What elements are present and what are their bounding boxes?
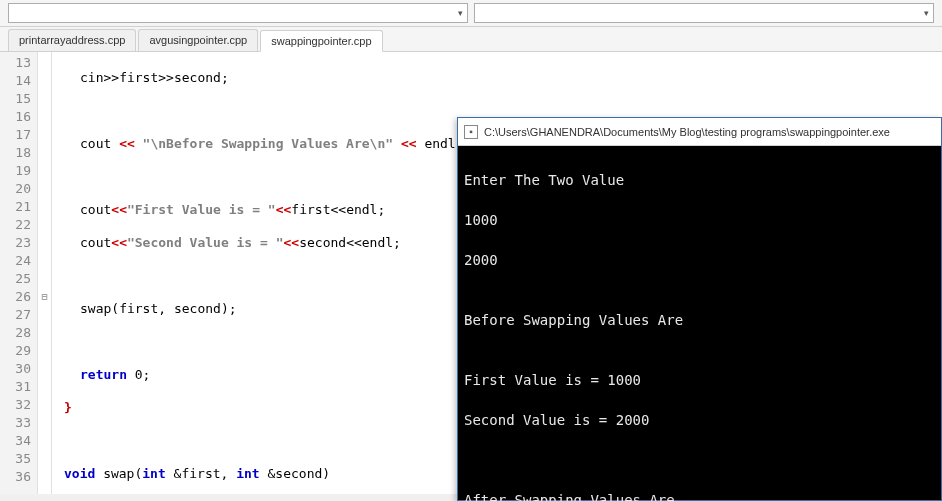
console-line: 2000	[464, 250, 935, 270]
line-number: 18	[0, 144, 37, 162]
tab-printarrayaddress[interactable]: printarrayaddress.cpp	[8, 29, 136, 51]
scope-combo[interactable]: ▾	[8, 3, 468, 23]
line-number: 13	[0, 54, 37, 72]
line-number: 24	[0, 252, 37, 270]
line-number: 22	[0, 216, 37, 234]
line-number: 33	[0, 414, 37, 432]
line-number-gutter: 13 14 15 16 17 18 19 20 21 22 23 24 25 2…	[0, 52, 38, 494]
console-line: After Swapping Values Are	[464, 490, 935, 501]
line-number: 14	[0, 72, 37, 90]
member-combo[interactable]: ▾	[474, 3, 934, 23]
tab-swappingpointer[interactable]: swappingpointer.cpp	[260, 30, 382, 52]
console-line: Enter The Two Value	[464, 170, 935, 190]
chevron-down-icon: ▾	[458, 8, 463, 18]
console-title-text: C:\Users\GHANENDRA\Documents\My Blog\tes…	[484, 126, 890, 138]
line-number: 32	[0, 396, 37, 414]
line-number: 31	[0, 378, 37, 396]
line-number: 25	[0, 270, 37, 288]
tab-bar: printarrayaddress.cpp avgusingpointer.cp…	[0, 27, 942, 52]
console-line: 1000	[464, 210, 935, 230]
line-number: 36	[0, 468, 37, 486]
console-window[interactable]: ▪ C:\Users\GHANENDRA\Documents\My Blog\t…	[457, 117, 942, 501]
line-number: 30	[0, 360, 37, 378]
line-number: 23	[0, 234, 37, 252]
line-number: 29	[0, 342, 37, 360]
line-number: 27	[0, 306, 37, 324]
console-line: Second Value is = 2000	[464, 410, 935, 430]
fold-column: ⊟	[38, 52, 52, 494]
line-number: 15	[0, 90, 37, 108]
code-line: cin>>first>>second;	[52, 69, 942, 87]
line-number: 28	[0, 324, 37, 342]
console-line: First Value is = 1000	[464, 370, 935, 390]
line-number: 34	[0, 432, 37, 450]
line-number: 17	[0, 126, 37, 144]
console-titlebar[interactable]: ▪ C:\Users\GHANENDRA\Documents\My Blog\t…	[458, 118, 941, 146]
line-number: 16	[0, 108, 37, 126]
console-output: Enter The Two Value 1000 2000 Before Swa…	[458, 146, 941, 501]
console-line: Before Swapping Values Are	[464, 310, 935, 330]
line-number: 19	[0, 162, 37, 180]
tab-avgusingpointer[interactable]: avgusingpointer.cpp	[138, 29, 258, 51]
toolbar-combos: ▾ ▾	[0, 0, 942, 27]
line-number: 35	[0, 450, 37, 468]
line-number: 20	[0, 180, 37, 198]
line-number: 26	[0, 288, 37, 306]
line-number: 21	[0, 198, 37, 216]
console-app-icon: ▪	[464, 125, 478, 139]
fold-toggle-icon[interactable]: ⊟	[38, 288, 51, 306]
chevron-down-icon: ▾	[924, 8, 929, 18]
